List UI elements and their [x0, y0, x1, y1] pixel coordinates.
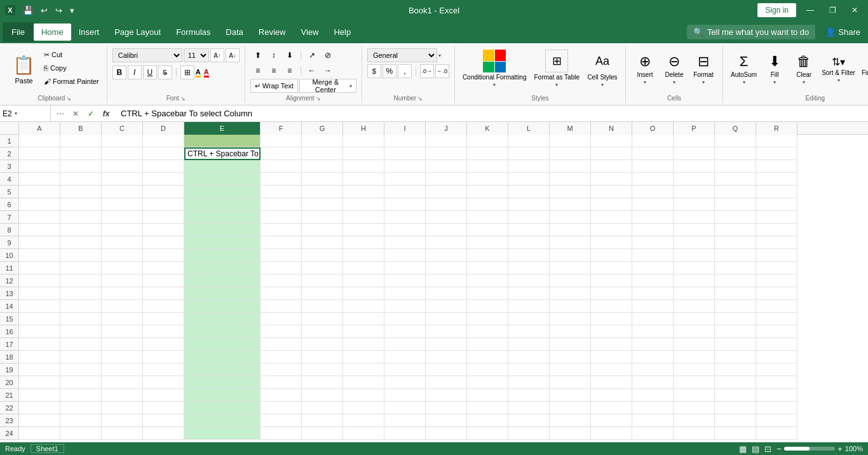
cell-R20[interactable]	[756, 376, 797, 389]
cell-K24[interactable]	[467, 427, 508, 440]
cell-J22[interactable]	[426, 402, 467, 414]
sort-filter-button[interactable]: ⇅▾ Sort & Filter ▾	[819, 48, 858, 90]
cell-O21[interactable]	[632, 389, 674, 402]
row-header-20[interactable]: 20	[0, 376, 19, 389]
cell-F3[interactable]	[261, 160, 302, 173]
menu-formulas[interactable]: Formulas	[168, 24, 218, 41]
cell-F17[interactable]	[261, 338, 302, 351]
cell-O11[interactable]	[632, 262, 674, 275]
cell-B15[interactable]	[60, 313, 102, 325]
cell-F16[interactable]	[261, 325, 302, 338]
cell-O22[interactable]	[632, 402, 674, 414]
row-header-1[interactable]: 1	[0, 135, 19, 147]
cell-F1[interactable]	[261, 135, 302, 147]
row-header-9[interactable]: 9	[0, 236, 19, 249]
col-header-l[interactable]: L	[508, 122, 550, 135]
cell-N21[interactable]	[591, 389, 632, 402]
cell-I17[interactable]	[384, 338, 426, 351]
redo-button[interactable]: ↪	[53, 4, 65, 17]
cell-E4[interactable]	[184, 173, 261, 186]
cell-H6[interactable]	[343, 198, 384, 211]
cell-O8[interactable]	[632, 224, 674, 236]
cell-K22[interactable]	[467, 402, 508, 414]
cell-J11[interactable]	[426, 262, 467, 275]
cell-H16[interactable]	[343, 325, 384, 338]
cell-J10[interactable]	[426, 249, 467, 262]
cell-J9[interactable]	[426, 236, 467, 249]
merge-center-button[interactable]: Merge & Center ▾	[299, 79, 356, 93]
fill-color-button[interactable]: A	[196, 68, 201, 78]
cell-A3[interactable]	[19, 160, 60, 173]
cell-Q1[interactable]	[715, 135, 756, 147]
menu-data[interactable]: Data	[218, 24, 250, 41]
page-break-view-button[interactable]: ⊡	[764, 444, 771, 454]
cell-H5[interactable]	[343, 186, 384, 198]
cell-R22[interactable]	[756, 402, 797, 414]
col-header-f[interactable]: F	[261, 122, 302, 135]
cell-Q9[interactable]	[715, 236, 756, 249]
cell-F19[interactable]	[261, 363, 302, 376]
cell-R17[interactable]	[756, 338, 797, 351]
cell-M13[interactable]	[550, 287, 591, 300]
cell-N8[interactable]	[591, 224, 632, 236]
cell-L14[interactable]	[508, 300, 550, 313]
cell-L13[interactable]	[508, 287, 550, 300]
cell-D15[interactable]	[143, 313, 184, 325]
cell-D23[interactable]	[143, 414, 184, 427]
cell-D1[interactable]	[143, 135, 184, 147]
text-direction-button[interactable]: ⊘	[320, 48, 336, 62]
cell-O24[interactable]	[632, 427, 674, 440]
cell-C19[interactable]	[102, 363, 143, 376]
cell-H22[interactable]	[343, 402, 384, 414]
cell-D5[interactable]	[143, 186, 184, 198]
font-expand-icon[interactable]: ↘	[180, 95, 186, 102]
decrease-decimal-button[interactable]: .0→	[420, 64, 434, 78]
cell-H1[interactable]	[343, 135, 384, 147]
cell-M22[interactable]	[550, 402, 591, 414]
save-button[interactable]: 💾	[20, 4, 36, 17]
cell-R4[interactable]	[756, 173, 797, 186]
col-header-a[interactable]: A	[19, 122, 60, 135]
cell-G15[interactable]	[302, 313, 343, 325]
cell-C11[interactable]	[102, 262, 143, 275]
cell-Q23[interactable]	[715, 414, 756, 427]
cell-N11[interactable]	[591, 262, 632, 275]
cell-L23[interactable]	[508, 414, 550, 427]
cell-E11[interactable]	[184, 262, 261, 275]
cell-F4[interactable]	[261, 173, 302, 186]
select-all-button[interactable]	[0, 122, 19, 134]
cell-J5[interactable]	[426, 186, 467, 198]
cell-F22[interactable]	[261, 402, 302, 414]
increase-font-button[interactable]: A↑	[210, 48, 224, 62]
cell-H18[interactable]	[343, 351, 384, 363]
cell-I12[interactable]	[384, 275, 426, 287]
cell-E21[interactable]	[184, 389, 261, 402]
cell-B1[interactable]	[60, 135, 102, 147]
cell-L11[interactable]	[508, 262, 550, 275]
cell-A5[interactable]	[19, 186, 60, 198]
cell-R5[interactable]	[756, 186, 797, 198]
find-select-button[interactable]: 🔍 Find & Select ▾	[859, 48, 868, 90]
cell-A10[interactable]	[19, 249, 60, 262]
row-header-18[interactable]: 18	[0, 351, 19, 363]
cell-M9[interactable]	[550, 236, 591, 249]
cell-Q7[interactable]	[715, 211, 756, 224]
paste-button[interactable]: 📋 Paste	[8, 48, 40, 90]
cell-G8[interactable]	[302, 224, 343, 236]
col-header-c[interactable]: C	[102, 122, 143, 135]
cell-B21[interactable]	[60, 389, 102, 402]
cell-G22[interactable]	[302, 402, 343, 414]
strikethrough-button[interactable]: S̶	[158, 65, 172, 79]
cell-E12[interactable]	[184, 275, 261, 287]
cell-G20[interactable]	[302, 376, 343, 389]
cell-B7[interactable]	[60, 211, 102, 224]
row-header-24[interactable]: 24	[0, 427, 19, 440]
cell-P23[interactable]	[674, 414, 715, 427]
cell-O12[interactable]	[632, 275, 674, 287]
italic-button[interactable]: I	[128, 65, 142, 79]
cell-C21[interactable]	[102, 389, 143, 402]
cell-I11[interactable]	[384, 262, 426, 275]
cell-N5[interactable]	[591, 186, 632, 198]
cell-A11[interactable]	[19, 262, 60, 275]
right-align-button[interactable]: ≡	[282, 64, 297, 78]
